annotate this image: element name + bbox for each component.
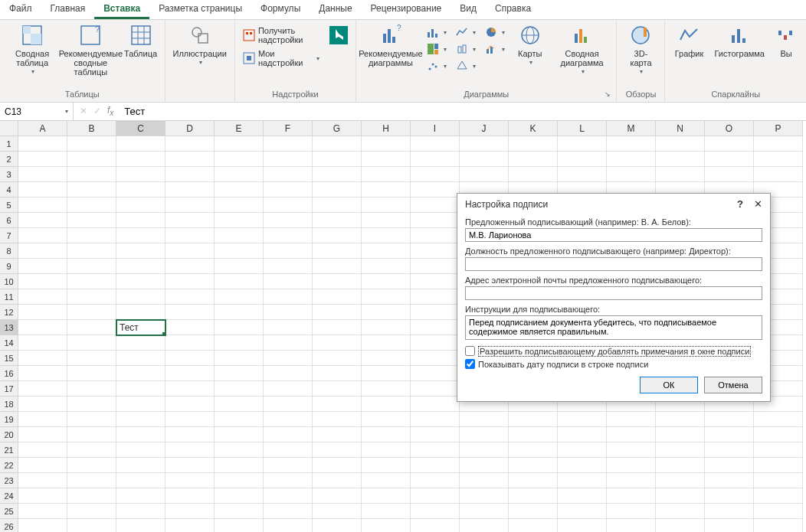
cell-L2[interactable] (558, 152, 607, 167)
cell-G8[interactable] (313, 243, 362, 259)
cell-A6[interactable] (18, 213, 67, 228)
3d-map-button[interactable]: 3D-карта ▾ (621, 21, 660, 77)
cell-F4[interactable] (264, 182, 313, 197)
cancel-icon[interactable]: ✕ (80, 106, 87, 116)
cell-H14[interactable] (362, 335, 411, 351)
cell-C9[interactable] (116, 259, 165, 274)
cell-A22[interactable] (18, 458, 67, 473)
column-header-G[interactable]: G (313, 121, 362, 136)
cell-G2[interactable] (313, 152, 362, 167)
tab-formulas[interactable]: Формулы (251, 0, 310, 19)
cell-P2[interactable] (754, 152, 803, 167)
illustrations-button[interactable]: Иллюстрации ▾ (170, 21, 230, 68)
cell-F23[interactable] (264, 473, 313, 488)
cell-I7[interactable] (411, 228, 460, 243)
cell-K2[interactable] (509, 152, 558, 167)
charts-dialog-launcher[interactable]: ↘ (604, 90, 614, 100)
cell-N3[interactable] (656, 167, 705, 182)
cell-A5[interactable] (18, 197, 67, 213)
cell-H26[interactable] (362, 519, 411, 532)
pivot-table-button[interactable]: Сводная таблица ▾ (5, 21, 60, 77)
cell-G21[interactable] (313, 442, 362, 458)
cell-M26[interactable] (607, 519, 656, 532)
cell-D6[interactable] (165, 213, 215, 228)
cell-I19[interactable] (411, 412, 460, 427)
cell-O19[interactable] (705, 412, 754, 427)
cell-G19[interactable] (313, 412, 362, 427)
cell-H20[interactable] (362, 427, 411, 442)
column-header-E[interactable]: E (215, 121, 264, 136)
cell-B4[interactable] (67, 182, 116, 197)
cell-H10[interactable] (362, 274, 411, 289)
cell-L20[interactable] (558, 427, 607, 442)
cell-C1[interactable] (116, 136, 165, 152)
get-addins-button[interactable]: Получить надстройки (240, 24, 323, 46)
cell-F7[interactable] (264, 228, 313, 243)
cell-E21[interactable] (215, 442, 264, 458)
cell-J19[interactable] (460, 412, 509, 427)
column-header-I[interactable]: I (411, 121, 460, 136)
cell-C24[interactable] (116, 488, 165, 504)
cell-F8[interactable] (264, 243, 313, 259)
cell-E26[interactable] (215, 519, 264, 532)
cell-C20[interactable] (116, 427, 165, 442)
column-header-K[interactable]: K (509, 121, 558, 136)
cell-E14[interactable] (215, 335, 264, 351)
cell-D20[interactable] (165, 427, 215, 442)
hierarchy-chart-button[interactable]: ▾ (424, 41, 450, 57)
cell-A12[interactable] (18, 305, 67, 320)
cell-B16[interactable] (67, 366, 116, 381)
cell-K25[interactable] (509, 504, 558, 519)
row-header-1[interactable]: 1 (0, 136, 18, 152)
cell-D1[interactable] (165, 136, 215, 152)
cell-M1[interactable] (607, 136, 656, 152)
column-chart-button[interactable]: ▾ (424, 24, 450, 40)
cell-O26[interactable] (705, 519, 754, 532)
cell-A18[interactable] (18, 397, 67, 412)
cell-H3[interactable] (362, 167, 411, 182)
cell-I8[interactable] (411, 243, 460, 259)
cell-C6[interactable] (116, 213, 165, 228)
cell-A7[interactable] (18, 228, 67, 243)
cell-F25[interactable] (264, 504, 313, 519)
chevron-down-icon[interactable]: ▾ (65, 108, 68, 115)
row-header-11[interactable]: 11 (0, 289, 18, 305)
tab-home[interactable]: Главная (41, 0, 95, 19)
cell-M22[interactable] (607, 458, 656, 473)
signer-input[interactable] (465, 228, 762, 242)
cell-H24[interactable] (362, 488, 411, 504)
cell-B5[interactable] (67, 197, 116, 213)
cell-L1[interactable] (558, 136, 607, 152)
cell-E1[interactable] (215, 136, 264, 152)
cell-J25[interactable] (460, 504, 509, 519)
sparkline-column-button[interactable]: Гистограмма (711, 21, 768, 60)
statistic-chart-button[interactable]: ▾ (453, 41, 479, 57)
cell-D24[interactable] (165, 488, 215, 504)
cell-A1[interactable] (18, 136, 67, 152)
cell-I9[interactable] (411, 259, 460, 274)
cell-E17[interactable] (215, 381, 264, 397)
row-header-7[interactable]: 7 (0, 228, 18, 243)
cell-K1[interactable] (509, 136, 558, 152)
cell-D22[interactable] (165, 458, 215, 473)
table-button[interactable]: Таблица (122, 21, 160, 60)
cell-N23[interactable] (656, 473, 705, 488)
cell-B8[interactable] (67, 243, 116, 259)
row-header-17[interactable]: 17 (0, 381, 18, 397)
cell-E4[interactable] (215, 182, 264, 197)
cell-O3[interactable] (705, 167, 754, 182)
cell-D13[interactable] (165, 320, 215, 335)
cell-D4[interactable] (165, 182, 215, 197)
cell-D25[interactable] (165, 504, 215, 519)
cell-A11[interactable] (18, 289, 67, 305)
cell-M23[interactable] (607, 473, 656, 488)
cell-C25[interactable] (116, 504, 165, 519)
cell-K24[interactable] (509, 488, 558, 504)
column-header-D[interactable]: D (165, 121, 215, 136)
cell-C19[interactable] (116, 412, 165, 427)
cell-H13[interactable] (362, 320, 411, 335)
cell-H9[interactable] (362, 259, 411, 274)
cell-D2[interactable] (165, 152, 215, 167)
cell-H21[interactable] (362, 442, 411, 458)
combo-chart-button[interactable]: ▾ (482, 41, 508, 57)
